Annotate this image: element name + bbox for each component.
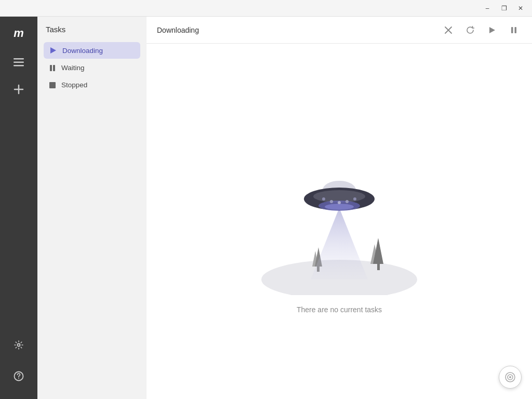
svg-point-5 xyxy=(18,343,20,346)
logo-icon: m xyxy=(14,26,24,40)
plus-icon xyxy=(14,84,24,97)
svg-point-7 xyxy=(18,378,19,379)
content-title: Downloading xyxy=(157,26,434,34)
svg-rect-1 xyxy=(14,61,24,63)
app-logo: m xyxy=(8,23,29,44)
restore-button[interactable]: ❐ xyxy=(497,3,511,14)
close-button[interactable]: ✕ xyxy=(513,3,528,14)
stop-icon xyxy=(49,82,56,89)
svg-rect-2 xyxy=(14,65,24,66)
minimize-button[interactable]: – xyxy=(480,3,495,14)
svg-rect-0 xyxy=(14,58,24,60)
empty-state-text: There are no current tasks xyxy=(297,305,382,314)
svg-rect-9 xyxy=(50,65,52,71)
svg-point-29 xyxy=(325,204,354,210)
task-item-stopped[interactable]: Stopped xyxy=(44,77,140,93)
task-downloading-label: Downloading xyxy=(62,47,103,55)
task-item-waiting[interactable]: Waiting xyxy=(44,60,140,76)
menu-button[interactable] xyxy=(7,52,30,75)
fab-button[interactable] xyxy=(499,366,522,389)
svg-point-32 xyxy=(338,201,341,204)
close-tasks-button[interactable] xyxy=(441,22,456,38)
app-body: m xyxy=(0,17,532,399)
svg-point-30 xyxy=(322,197,325,201)
svg-point-34 xyxy=(353,197,356,201)
main-content: Downloading xyxy=(147,17,532,399)
tasks-sidebar: Tasks Downloading Waiting xyxy=(37,17,147,399)
svg-marker-24 xyxy=(311,208,368,280)
empty-state: There are no current tasks xyxy=(147,44,532,399)
svg-rect-16 xyxy=(515,27,517,33)
play-icon xyxy=(49,46,57,55)
svg-point-31 xyxy=(330,200,333,203)
nav-bottom xyxy=(7,335,30,393)
task-item-downloading[interactable]: Downloading xyxy=(44,42,140,59)
sidebar-nav: m xyxy=(0,17,37,399)
play-all-button[interactable] xyxy=(484,22,500,38)
add-button[interactable] xyxy=(7,79,30,102)
svg-point-33 xyxy=(345,200,349,203)
settings-icon xyxy=(14,340,24,353)
help-button[interactable] xyxy=(7,366,30,389)
hamburger-icon xyxy=(14,58,24,69)
svg-rect-15 xyxy=(511,27,513,33)
svg-rect-10 xyxy=(53,65,55,71)
content-header: Downloading xyxy=(147,17,532,44)
task-stopped-label: Stopped xyxy=(61,81,87,89)
svg-marker-14 xyxy=(489,27,495,33)
titlebar: – ❐ ✕ xyxy=(0,0,532,17)
svg-point-37 xyxy=(509,376,511,378)
settings-button[interactable] xyxy=(7,335,30,357)
pause-icon xyxy=(49,64,56,72)
svg-rect-11 xyxy=(49,82,56,88)
task-waiting-label: Waiting xyxy=(61,64,85,72)
tasks-title: Tasks xyxy=(44,25,140,34)
help-icon xyxy=(14,371,24,384)
svg-rect-23 xyxy=(377,264,380,270)
refresh-button[interactable] xyxy=(462,22,478,38)
ufo-illustration xyxy=(251,129,428,295)
svg-marker-8 xyxy=(50,47,56,54)
pause-all-button[interactable] xyxy=(506,22,522,38)
